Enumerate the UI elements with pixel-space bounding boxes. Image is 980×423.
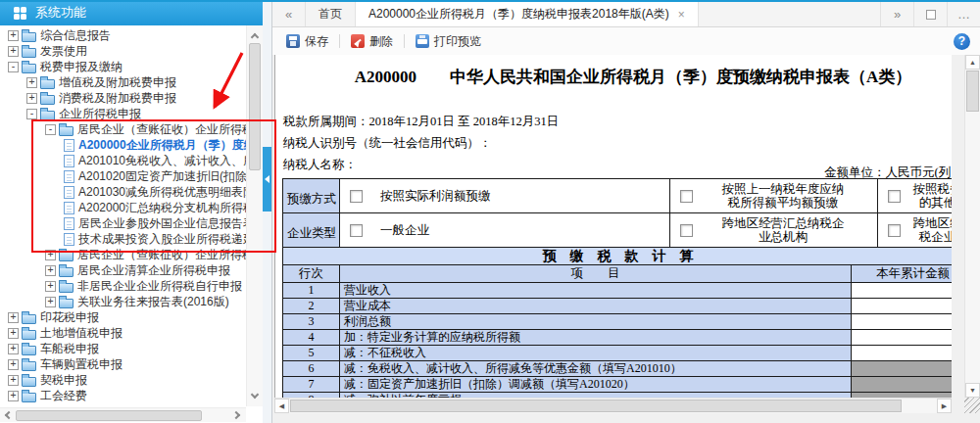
- tree-item-folder[interactable]: -居民企业（查账征收）企业所得税月（季）度申报: [0, 121, 263, 137]
- collapse-minus-icon[interactable]: -: [26, 109, 37, 119]
- tree-item-folder[interactable]: +居民企业（查账征收）企业所得税年度申报: [0, 247, 263, 262]
- folder-icon: [59, 267, 74, 277]
- checkbox[interactable]: [888, 190, 901, 203]
- folder-icon: [59, 283, 74, 293]
- scrollbar-thumb[interactable]: [249, 43, 261, 170]
- resize-grip[interactable]: [964, 398, 980, 413]
- expand-plus-icon[interactable]: +: [26, 93, 37, 104]
- tree-item-folder[interactable]: +印花税申报: [0, 309, 263, 325]
- tree-item-label: 综合信息报告: [40, 27, 111, 43]
- expand-plus-icon[interactable]: +: [8, 344, 19, 354]
- expand-plus-icon[interactable]: +: [45, 281, 56, 292]
- expand-plus-icon[interactable]: +: [8, 30, 19, 41]
- splitter-collapse-handle[interactable]: [263, 147, 271, 212]
- doc-icon: [64, 155, 74, 167]
- option-label: 按照上一纳税年度应纳 税所得额平均额预缴: [693, 182, 877, 210]
- tree-item-folder[interactable]: +车辆购置税申报: [0, 356, 263, 372]
- scroll-left-icon[interactable]: [4, 412, 11, 419]
- tree-item-folder[interactable]: +发票使用: [0, 43, 263, 59]
- expand-plus-icon[interactable]: +: [8, 375, 19, 386]
- tree-item-doc[interactable]: A202000汇总纳税分支机构所得税分配表: [0, 200, 263, 215]
- tree-item-doc[interactable]: A200000企业所得税月（季）度纳税申报表201: [0, 137, 263, 153]
- amount-cell[interactable]: [852, 299, 953, 314]
- tree-item-folder[interactable]: +消费税及附加税费申报: [0, 90, 263, 106]
- tab-more-button[interactable]: …: [947, 2, 980, 26]
- folder-icon: [22, 377, 36, 387]
- tree-item-folder[interactable]: -企业所得税申报: [0, 106, 263, 121]
- checkbox[interactable]: [888, 224, 901, 237]
- tree-item-folder[interactable]: +居民企业清算企业所得税申报: [0, 262, 263, 278]
- tree-item-folder[interactable]: +契税申报: [0, 372, 263, 388]
- checkbox[interactable]: [680, 224, 693, 237]
- expand-plus-icon[interactable]: +: [45, 297, 56, 307]
- expand-plus-icon[interactable]: +: [45, 250, 56, 260]
- tree-item-folder[interactable]: +土地增值税申报: [0, 325, 263, 341]
- maximize-button[interactable]: [913, 2, 947, 26]
- tree-item-label: 发票使用: [40, 43, 87, 59]
- expand-plus-icon[interactable]: +: [45, 265, 56, 276]
- collapse-minus-icon[interactable]: -: [8, 62, 19, 72]
- form-horizontal-scrollbar[interactable]: ◀ ▶: [274, 398, 952, 413]
- sidebar-vertical-scrollbar[interactable]: [246, 25, 263, 406]
- sidebar-horizontal-scrollbar[interactable]: [0, 407, 246, 422]
- checkbox[interactable]: [350, 224, 363, 237]
- tree-item-label: A201020固定资产加速折旧(扣除)优惠明细表: [78, 168, 263, 184]
- scrollbar-thumb[interactable]: [290, 400, 902, 412]
- tabs-scroll-right-button[interactable]: »: [880, 2, 913, 26]
- tree-item-doc[interactable]: A201010免税收入、减计收入、所得减免等优惠明: [0, 153, 263, 168]
- tree-item-label: 居民企业（查账征收）企业所得税月（季）度申报: [77, 121, 263, 137]
- scroll-up-icon[interactable]: [252, 32, 259, 39]
- scroll-up-button[interactable]: ▲: [965, 55, 980, 70]
- tree-item-doc[interactable]: A201020固定资产加速折旧(扣除)优惠明细表: [0, 168, 263, 184]
- expand-plus-icon[interactable]: +: [8, 359, 19, 370]
- expand-plus-icon[interactable]: +: [8, 391, 19, 401]
- scroll-down-button[interactable]: ▼: [965, 383, 980, 398]
- print-preview-button-label: 打印预览: [434, 33, 481, 50]
- tabs-scroll-left-button[interactable]: «: [272, 2, 306, 26]
- tab-close-icon[interactable]: ×: [678, 10, 685, 20]
- folder-icon: [59, 299, 74, 308]
- tree-item-label: 增值税及附加税费申报: [59, 74, 176, 90]
- tree-item-folder[interactable]: +关联业务往来报告表(2016版): [0, 294, 263, 309]
- amount-cell[interactable]: [852, 314, 953, 330]
- method-row-label: 预缴方式: [283, 179, 340, 213]
- expand-plus-icon[interactable]: +: [8, 312, 19, 323]
- amount-cell[interactable]: [852, 330, 953, 346]
- expand-plus-icon[interactable]: +: [8, 328, 19, 339]
- tab-home[interactable]: 首页: [306, 2, 356, 26]
- folder-icon: [40, 95, 55, 105]
- amount-cell[interactable]: [852, 346, 953, 361]
- option-label: 跨地区经营汇总纳税企 业总机构: [693, 216, 877, 244]
- form-vertical-scrollbar[interactable]: ▲ ▼: [964, 55, 980, 398]
- tree-item-doc[interactable]: A201030减免所得税优惠明细表附表: [0, 184, 263, 200]
- tree-item-label: 印花税申报: [40, 309, 99, 325]
- tree-item-folder[interactable]: +车船税申报: [0, 341, 263, 356]
- print-preview-button[interactable]: 打印预览: [412, 31, 485, 52]
- delete-button[interactable]: 删除: [347, 31, 397, 52]
- tree-item-doc[interactable]: 居民企业参股外国企业信息报告表: [0, 215, 263, 231]
- help-icon[interactable]: ?: [954, 33, 970, 50]
- amount-cell[interactable]: [852, 283, 953, 299]
- tree-item-folder[interactable]: +工会经费: [0, 388, 263, 403]
- save-button[interactable]: 保存: [282, 31, 332, 52]
- tree-item-folder[interactable]: +增值税及附加税费申报: [0, 74, 263, 90]
- scroll-left-button[interactable]: ◀: [274, 399, 289, 413]
- scroll-down-icon[interactable]: [252, 393, 259, 400]
- checkbox[interactable]: [350, 190, 363, 203]
- scrollbar-thumb[interactable]: [966, 70, 979, 112]
- tab-a200000-form[interactable]: A200000企业所得税月（季）度纳税申报表2018年版(A类) ×: [356, 2, 699, 26]
- expand-plus-icon[interactable]: +: [26, 77, 37, 88]
- sidebar: 系统功能 +综合信息报告+发票使用-税费申报及缴纳+增值税及附加税费申报+消费税…: [0, 0, 263, 423]
- expand-plus-icon[interactable]: +: [8, 46, 19, 57]
- scrollbar-thumb[interactable]: [16, 410, 202, 421]
- scroll-right-icon[interactable]: [235, 412, 242, 419]
- tree-item-doc[interactable]: 技术成果投资入股企业所得税递延纳税备案表: [0, 231, 263, 247]
- scroll-right-button[interactable]: ▶: [937, 399, 952, 413]
- panel-splitter[interactable]: [263, 0, 271, 423]
- checkbox[interactable]: [680, 190, 693, 203]
- tree-item-folder[interactable]: +非居民企业企业所得税自行申报: [0, 278, 263, 294]
- tree-item-folder[interactable]: +综合信息报告: [0, 27, 263, 43]
- collapse-minus-icon[interactable]: -: [45, 124, 56, 135]
- tax-calculation-table: 预 缴 税 款 计 算 行次 项 目 本年累计金额 1营业收入2营业成本3利润总…: [282, 247, 952, 398]
- tree-item-folder[interactable]: -税费申报及缴纳: [0, 59, 263, 74]
